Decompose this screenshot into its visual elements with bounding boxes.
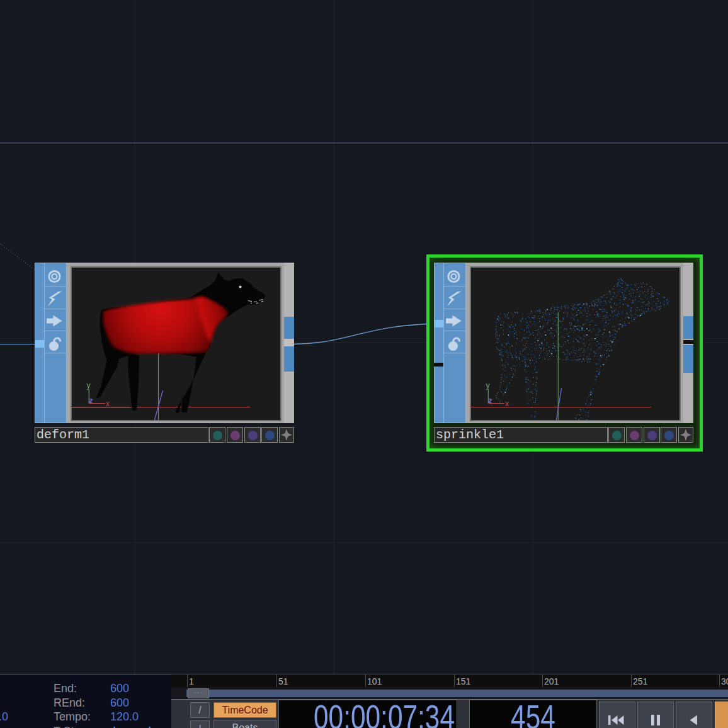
svg-text:x: x — [106, 399, 110, 408]
svg-text:y: y — [486, 381, 490, 390]
svg-text:z: z — [488, 396, 492, 405]
svg-text:x: x — [505, 399, 509, 408]
svg-text:z: z — [89, 396, 93, 405]
svg-text:y: y — [87, 381, 91, 390]
